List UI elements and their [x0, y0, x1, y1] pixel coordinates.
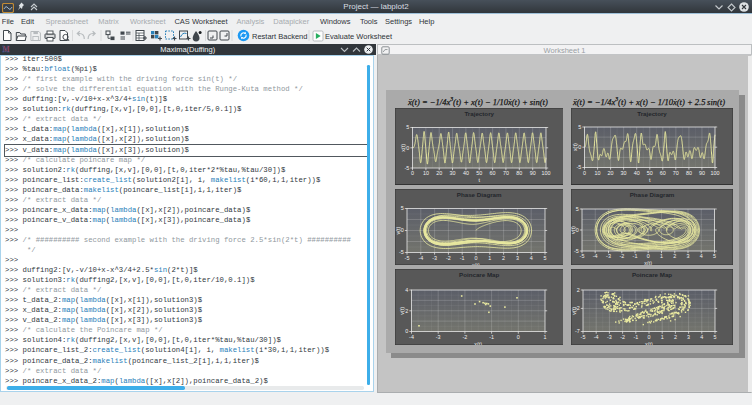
svg-text:-1: -1: [459, 254, 464, 260]
svg-text:-2: -2: [462, 333, 467, 339]
svg-text:v(t): v(t): [571, 306, 577, 314]
svg-text:-5: -5: [581, 333, 586, 339]
svg-text:-7: -7: [575, 328, 580, 334]
svg-text:0: 0: [400, 227, 403, 233]
svg-text:x(t): x(t): [644, 260, 652, 265]
svg-text:x(t): x(t): [400, 144, 406, 152]
svg-text:-5: -5: [574, 247, 579, 253]
svg-text:-5: -5: [404, 254, 409, 260]
svg-text:0: 0: [516, 333, 519, 339]
svg-text:-3: -3: [435, 333, 440, 339]
svg-text:0: 0: [405, 328, 408, 334]
svg-text:-1: -1: [633, 333, 638, 339]
svg-text:2: 2: [502, 254, 505, 260]
svg-text:100: 100: [711, 170, 720, 176]
svg-text:Trajectory: Trajectory: [637, 110, 667, 117]
svg-text:1: 1: [543, 333, 546, 339]
svg-text:50: 50: [647, 170, 653, 176]
svg-text:2: 2: [577, 286, 580, 292]
svg-text:-4: -4: [418, 254, 423, 260]
svg-text:-2: -2: [446, 254, 451, 260]
svg-text:3: 3: [687, 333, 690, 339]
svg-text:-5: -5: [577, 164, 582, 170]
svg-text:x(t): x(t): [572, 143, 578, 151]
svg-text:10: 10: [422, 170, 428, 176]
svg-text:0: 0: [576, 226, 579, 232]
svg-text:5: 5: [714, 333, 717, 339]
svg-text:-3: -3: [606, 253, 611, 259]
svg-text:-1: -1: [489, 333, 494, 339]
svg-text:70: 70: [502, 170, 508, 176]
svg-text:-5: -5: [404, 165, 409, 171]
svg-text:v(t): v(t): [395, 226, 401, 234]
svg-text:1: 1: [660, 253, 663, 259]
svg-text:-4: -4: [409, 333, 414, 339]
svg-text:-2: -2: [619, 253, 624, 259]
svg-text:x(t): x(t): [474, 340, 482, 344]
svg-text:20: 20: [436, 170, 442, 176]
svg-text:-3: -3: [432, 254, 437, 260]
svg-text:90: 90: [529, 170, 535, 176]
svg-text:0: 0: [647, 253, 650, 259]
svg-text:70: 70: [673, 170, 679, 176]
svg-text:60: 60: [489, 170, 495, 176]
svg-text:80: 80: [686, 170, 692, 176]
svg-text:5: 5: [713, 253, 716, 259]
svg-text:20: 20: [608, 170, 614, 176]
svg-text:10: 10: [595, 170, 601, 176]
svg-text:4: 4: [529, 254, 532, 260]
svg-text:-5: -5: [580, 253, 585, 259]
svg-text:3: 3: [687, 253, 690, 259]
svg-text:5: 5: [576, 205, 579, 211]
svg-text:5: 5: [400, 205, 403, 211]
svg-text:0: 0: [578, 144, 581, 150]
svg-text:5: 5: [578, 124, 581, 130]
svg-text:80: 80: [516, 170, 522, 176]
svg-text:5: 5: [406, 124, 409, 130]
svg-text:x(t): x(t): [472, 261, 480, 264]
svg-text:4: 4: [700, 253, 703, 259]
svg-text:0: 0: [474, 254, 477, 260]
svg-text:-5: -5: [399, 249, 404, 255]
svg-text:-4: -4: [593, 253, 598, 259]
svg-text:0: 0: [583, 170, 586, 176]
svg-text:0: 0: [411, 170, 414, 176]
svg-text:40: 40: [462, 170, 468, 176]
svg-text:-1: -1: [633, 253, 638, 259]
svg-text:3: 3: [515, 254, 518, 260]
svg-text:2: 2: [405, 307, 408, 313]
svg-text:-3: -3: [607, 333, 612, 339]
svg-text:90: 90: [699, 170, 705, 176]
svg-text:100: 100: [541, 170, 550, 176]
svg-text:v(t): v(t): [399, 306, 405, 314]
svg-text:30: 30: [621, 170, 627, 176]
svg-text:40: 40: [634, 170, 640, 176]
svg-text:0: 0: [406, 145, 409, 151]
svg-text:30: 30: [449, 170, 455, 176]
svg-text:2: 2: [673, 253, 676, 259]
svg-text:1: 1: [488, 254, 491, 260]
svg-text:-4: -4: [594, 333, 599, 339]
svg-text:Poincare Map: Poincare Map: [459, 271, 499, 278]
svg-text:Trajectory: Trajectory: [464, 110, 494, 117]
svg-text:-2: -2: [620, 333, 625, 339]
svg-text:4: 4: [700, 333, 703, 339]
svg-text:2: 2: [674, 333, 677, 339]
svg-text:60: 60: [660, 170, 666, 176]
svg-text:0: 0: [648, 333, 651, 339]
svg-text:5: 5: [543, 254, 546, 260]
svg-text:x(t): x(t): [645, 340, 653, 344]
svg-text:Phase Diagram: Phase Diagram: [630, 191, 675, 198]
svg-text:Poincare Map: Poincare Map: [632, 271, 672, 278]
svg-text:Phase Diagram: Phase Diagram: [456, 191, 501, 198]
svg-text:1: 1: [661, 333, 664, 339]
svg-text:50: 50: [476, 170, 482, 176]
svg-text:4: 4: [405, 286, 408, 292]
svg-text:v(t): v(t): [571, 225, 576, 233]
